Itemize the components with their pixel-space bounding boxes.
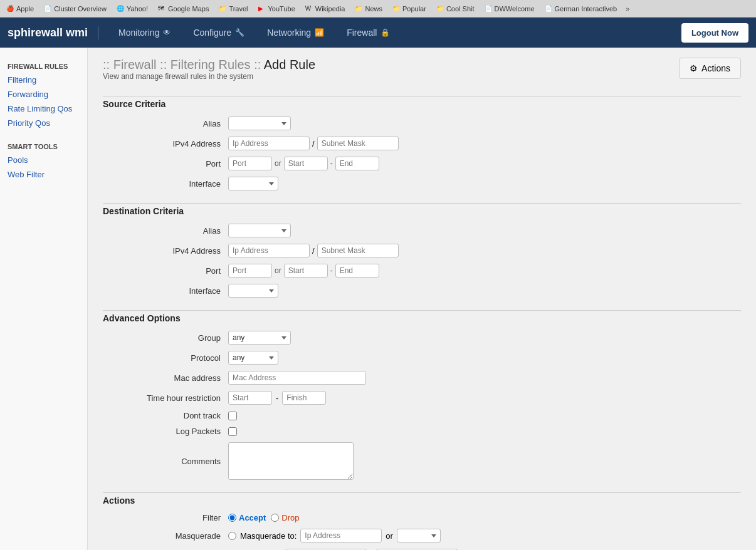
log-packets-checkbox[interactable]: [228, 427, 237, 436]
source-port-input[interactable]: [228, 157, 272, 170]
logout-button[interactable]: Logout Now: [681, 23, 748, 43]
masquerade-or-text: or: [386, 531, 393, 541]
tab-cluster[interactable]: 📄 Cluster Overview: [41, 4, 109, 14]
source-slash: /: [312, 139, 315, 148]
wikipedia-favicon: W: [305, 5, 313, 13]
drop-radio[interactable]: [271, 514, 279, 522]
sidebar-item-rate-limiting[interactable]: Rate Limiting Qos: [0, 101, 87, 116]
sidebar-item-priority-qos[interactable]: Priority Qos: [0, 116, 87, 130]
youtube-favicon: ▶: [258, 5, 266, 13]
dest-ipv4-inputs: /: [228, 244, 399, 257]
dest-subnet-input[interactable]: [317, 244, 399, 257]
time-inputs: -: [228, 391, 326, 405]
source-port-inputs: or -: [228, 157, 379, 170]
mac-input[interactable]: [228, 371, 366, 385]
news-favicon: 📁: [355, 5, 362, 13]
gear-icon: ⚙: [690, 63, 698, 73]
tab-dwwelcome[interactable]: 📄 DWWelcome: [482, 4, 537, 14]
time-row: Time hour restriction -: [103, 391, 741, 405]
tab-youtube[interactable]: ▶ YouTube: [256, 4, 298, 14]
source-dash: -: [330, 159, 333, 168]
nav-networking[interactable]: Networking 📶: [257, 23, 334, 43]
dest-port-start[interactable]: [284, 264, 328, 278]
popular-favicon: 📁: [392, 5, 400, 13]
accept-radio-label[interactable]: Accept: [228, 513, 266, 522]
time-finish-input[interactable]: [282, 391, 326, 405]
time-dash: -: [276, 393, 278, 403]
dest-port-row: Port or -: [103, 264, 741, 278]
source-ip-input[interactable]: [228, 137, 310, 150]
sidebar-item-filtering[interactable]: Filtering: [0, 73, 87, 87]
protocol-label: Protocol: [103, 353, 228, 363]
monitoring-label: Monitoring: [118, 28, 159, 38]
group-label: Group: [103, 333, 228, 343]
networking-icon: 📶: [315, 28, 324, 37]
tab-popular[interactable]: 📁 Popular: [390, 4, 429, 14]
browser-tab-bar: 🍎 Apple 📄 Cluster Overview 🌐 Yahoo! 🗺 Go…: [0, 0, 756, 18]
protocol-row: Protocol any: [103, 351, 741, 365]
source-interface-select[interactable]: [228, 177, 278, 190]
source-interface-row: Interface: [103, 177, 741, 190]
dest-ipv4-row: IPv4 Address /: [103, 244, 741, 257]
tab-news[interactable]: 📁 News: [352, 4, 385, 14]
dest-dash: -: [330, 266, 333, 275]
breadcrumb-title: :: Firewall :: Filtering Rules :: Add Ru…: [103, 58, 315, 72]
tab-wikipedia[interactable]: W Wikipedia: [303, 4, 348, 14]
masquerade-inputs: Masquerade to: or: [228, 529, 441, 542]
sidebar-item-pools[interactable]: Pools: [0, 153, 87, 167]
tab-yahoo[interactable]: 🌐 Yahoo!: [114, 4, 150, 14]
dest-port-input[interactable]: [228, 264, 272, 278]
group-row: Group any: [103, 331, 741, 345]
cluster-favicon: 📄: [44, 5, 51, 13]
dest-port-end[interactable]: [335, 264, 379, 278]
group-select[interactable]: any: [228, 331, 291, 345]
nav-configure[interactable]: Configure 🔧: [183, 23, 255, 43]
tab-google-maps[interactable]: 🗺 Google Maps: [155, 4, 211, 14]
filter-label: Filter: [103, 513, 228, 522]
masquerade-radio[interactable]: [228, 532, 236, 540]
protocol-select[interactable]: any: [228, 351, 278, 365]
sidebar-item-forwarding[interactable]: Forwarding: [0, 87, 87, 101]
nav-firewall[interactable]: Firewall 🔒: [337, 23, 400, 43]
page-title: Add Rule: [264, 58, 315, 71]
dest-port-inputs: or -: [228, 264, 379, 278]
firewall-icon: 🔒: [381, 28, 390, 37]
sidebar-firewall-section: FIREWALL RULES: [0, 58, 87, 73]
mac-row: Mac address: [103, 371, 741, 385]
more-tabs-indicator[interactable]: »: [626, 5, 629, 13]
app-brand: sphirewall wmi: [8, 26, 98, 39]
page-header: :: Firewall :: Filtering Rules :: Add Ru…: [103, 58, 741, 91]
dest-ip-input[interactable]: [228, 244, 310, 257]
source-port-label: Port: [103, 159, 228, 169]
source-port-start[interactable]: [284, 157, 328, 170]
tab-apple[interactable]: 🍎 Apple: [4, 4, 36, 14]
source-alias-select[interactable]: [228, 117, 291, 130]
dest-alias-select[interactable]: [228, 224, 291, 237]
dest-interface-select[interactable]: [228, 284, 278, 298]
actions-section: Actions Filter Accept Drop Masquerade: [103, 492, 741, 550]
german-favicon: 📄: [545, 5, 552, 13]
accept-radio[interactable]: [228, 514, 236, 522]
tab-german[interactable]: 📄 German Interactiveb: [542, 4, 620, 14]
tab-cool-shit[interactable]: 📁 Cool Shit: [434, 4, 477, 14]
actions-button[interactable]: ⚙ Actions: [679, 58, 741, 79]
breadcrumb: :: Firewall :: Filtering Rules ::: [103, 58, 261, 71]
time-start-input[interactable]: [228, 391, 272, 405]
dest-slash: /: [312, 246, 315, 256]
tab-travel[interactable]: 📁 Travel: [216, 4, 250, 14]
sidebar-item-web-filter[interactable]: Web Filter: [0, 167, 87, 182]
source-interface-label: Interface: [103, 179, 228, 189]
source-port-end[interactable]: [335, 157, 379, 170]
masquerade-select[interactable]: [397, 529, 441, 542]
comments-row: Comments: [103, 442, 741, 480]
source-subnet-input[interactable]: [317, 137, 399, 150]
destination-criteria-title: Destination Criteria: [103, 206, 741, 216]
masquerade-ip-input[interactable]: [300, 529, 382, 542]
drop-radio-label[interactable]: Drop: [271, 513, 299, 522]
masquerade-to-text: Masquerade to:: [240, 531, 297, 541]
comments-textarea[interactable]: [228, 442, 354, 480]
dont-track-checkbox[interactable]: [228, 412, 237, 420]
dont-track-label: Dont track: [103, 411, 228, 420]
nav-monitoring[interactable]: Monitoring 👁: [108, 23, 181, 43]
filter-row: Filter Accept Drop: [103, 513, 741, 522]
